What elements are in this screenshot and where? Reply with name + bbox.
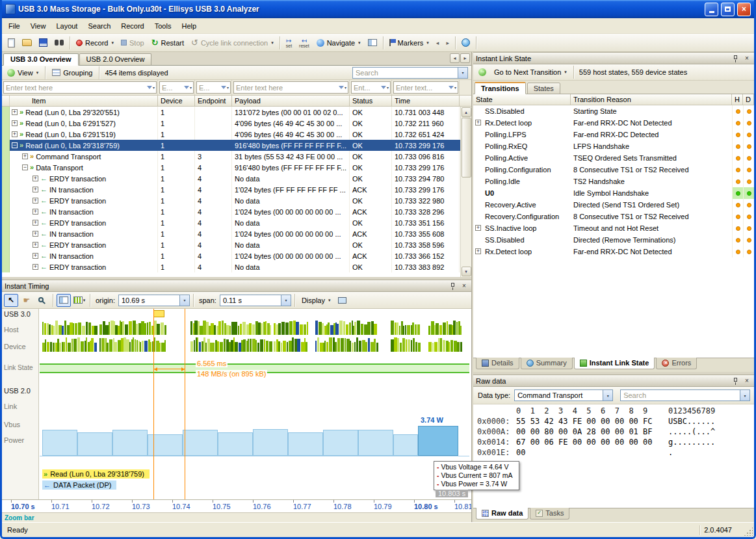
column-header-status[interactable]: Status bbox=[350, 96, 392, 106]
filter-funnel-icon[interactable]: ▾ bbox=[146, 85, 156, 90]
hex-row[interactable]: 0x0014:67 00 06 FE 00 00 00 00 00 00g...… bbox=[477, 438, 754, 448]
tab-usb-2-0-overview[interactable]: USB 2.0 Overview bbox=[79, 53, 152, 66]
expand-icon[interactable]: + bbox=[33, 187, 38, 192]
link-state-row[interactable]: Polling.IdleTS2 Handshake bbox=[473, 176, 754, 187]
menu-help[interactable]: Help bbox=[176, 20, 202, 33]
filter-funnel-icon[interactable]: ▾ bbox=[380, 85, 390, 90]
table-row[interactable]: −»Read (Lun 0, Lba 29'318'759)1916'480 b… bbox=[2, 140, 460, 151]
table-row[interactable]: +←IN transaction141'024 bytes (00 00 00 … bbox=[2, 206, 460, 217]
hex-row[interactable]: 0x0000:55 53 42 43 FE 00 00 00 00 FCUSBC… bbox=[477, 417, 754, 427]
zoom-bar[interactable]: Zoom bar bbox=[2, 512, 471, 522]
view-button[interactable]: View▾ bbox=[4, 66, 42, 80]
close-panel-icon[interactable]: × bbox=[742, 376, 751, 385]
table-row[interactable]: +»Read (Lun 0, Lba 29'320'551)1131'072 b… bbox=[2, 107, 460, 118]
record-button[interactable]: Record▾ bbox=[73, 36, 117, 50]
table-row[interactable]: +»Read (Lun 0, Lba 6'291'519)14'096 byte… bbox=[2, 129, 460, 140]
find-button[interactable] bbox=[51, 36, 67, 50]
navigate-button[interactable]: Navigate▾ bbox=[313, 36, 364, 50]
chevron-down-icon[interactable]: ▾ bbox=[603, 390, 612, 401]
hex-row[interactable]: 0x000A:00 00 80 00 0A 28 00 00 01 BF....… bbox=[477, 427, 754, 438]
column-header-time[interactable]: Time bbox=[392, 96, 460, 106]
scrollbar-thumb[interactable] bbox=[462, 118, 471, 177]
tab-transitions[interactable]: Transitions bbox=[475, 82, 526, 94]
expand-icon[interactable]: + bbox=[33, 176, 38, 181]
table-row[interactable]: +←ERDY transaction14No dataOK10.733 383 … bbox=[2, 261, 460, 272]
data-type-combobox[interactable]: Command Transport▾ bbox=[514, 389, 613, 401]
column-header-d[interactable]: D bbox=[743, 94, 754, 105]
expand-icon[interactable]: + bbox=[12, 131, 18, 137]
span-combobox[interactable]: 0.11 s▾ bbox=[220, 295, 291, 306]
go-to-next-transition-icon-button[interactable] bbox=[475, 66, 489, 79]
chart-options-button[interactable]: ▾ bbox=[72, 294, 86, 307]
table-row[interactable]: +»Command Transport1331 bytes (55 53 42 … bbox=[2, 151, 460, 162]
link-state-row[interactable]: SS.DisabledDirected (Remove Terminations… bbox=[473, 234, 754, 246]
copy-image-button[interactable] bbox=[335, 294, 349, 307]
reset-trigger-button[interactable]: ↤reset bbox=[296, 36, 313, 50]
tab-states[interactable]: States bbox=[527, 83, 560, 94]
link-state-row[interactable]: Polling.ActiveTSEQ Ordered Sets Transmit… bbox=[473, 152, 754, 164]
table-row[interactable]: +←ERDY transaction14No dataOK10.733 322 … bbox=[2, 195, 460, 206]
filter-input-device[interactable]: E...▾ bbox=[159, 81, 194, 94]
link-state-row[interactable]: +Rx.Detect loopFar-end RRX-DC Not Detect… bbox=[473, 246, 754, 257]
filter-funnel-icon[interactable]: ▾ bbox=[220, 85, 230, 90]
link-state-row[interactable]: U0Idle Symbol Handshake bbox=[473, 187, 754, 199]
go-to-next-transition-button[interactable]: Go to Next Transition▾ bbox=[491, 65, 570, 79]
tab-scroll-left-icon[interactable]: ◂ bbox=[450, 53, 460, 63]
restart-button[interactable]: ↻Restart bbox=[148, 36, 187, 50]
expand-icon[interactable]: + bbox=[475, 225, 481, 231]
expand-icon[interactable]: + bbox=[12, 120, 18, 126]
menu-file[interactable]: File bbox=[3, 20, 25, 33]
link-state-row[interactable]: Recovery.ActiveDirected (Send TS1 Ordere… bbox=[473, 199, 754, 211]
tab-usb-3-0-overview[interactable]: USB 3.0 Overview bbox=[3, 53, 79, 66]
measure-line-start[interactable] bbox=[153, 309, 154, 499]
filter-input-item[interactable]: Enter text here▾ bbox=[3, 81, 157, 94]
display-button[interactable]: Display▾ bbox=[298, 293, 334, 308]
close-panel-icon[interactable]: × bbox=[742, 54, 751, 62]
split-view-button[interactable] bbox=[57, 294, 71, 307]
close-button[interactable]: × bbox=[737, 3, 751, 16]
link-state-row[interactable]: Polling.Configuration8 Consecutive TS1 o… bbox=[473, 164, 754, 176]
open-button[interactable] bbox=[19, 36, 35, 50]
scroll-down-icon[interactable]: ▾ bbox=[462, 267, 471, 276]
expand-icon[interactable]: + bbox=[33, 242, 38, 248]
rawdata-search-input[interactable]: Search▾ bbox=[620, 389, 750, 401]
column-header-payload[interactable]: Payload bbox=[232, 96, 350, 106]
timing-canvas[interactable]: USB 3.0 Host Device Link State USB 2.0 L… bbox=[2, 309, 471, 499]
table-row[interactable]: +←ERDY transaction14No dataOK10.733 351 … bbox=[2, 217, 460, 228]
tab-errors[interactable]: Errors bbox=[656, 358, 697, 369]
column-header-state[interactable]: State bbox=[473, 94, 571, 105]
measure-line-end[interactable] bbox=[185, 309, 185, 499]
table-row[interactable]: +»Read (Lun 0, Lba 6'291'527)14'096 byte… bbox=[2, 118, 460, 129]
chevron-down-icon[interactable]: ▾ bbox=[179, 295, 189, 306]
search-input[interactable]: Search▾ bbox=[352, 67, 468, 79]
link-state-row[interactable]: SS.DisabledStarting State bbox=[473, 105, 754, 117]
table-row[interactable]: +←ERDY transaction14No dataOK10.733 358 … bbox=[2, 239, 460, 250]
maximize-button[interactable] bbox=[721, 3, 735, 16]
chevron-down-icon[interactable]: ▾ bbox=[740, 390, 749, 401]
expand-icon[interactable]: + bbox=[33, 253, 38, 259]
table-row[interactable]: −»Data Transport14916'480 bytes (FF FF F… bbox=[2, 162, 460, 173]
column-header-h[interactable]: H bbox=[732, 94, 743, 105]
zoom-tool-button[interactable] bbox=[35, 294, 49, 307]
chevron-down-icon[interactable]: ▾ bbox=[281, 295, 291, 306]
save-button[interactable] bbox=[36, 36, 51, 50]
set-trigger-button[interactable]: ↦set bbox=[283, 36, 295, 50]
stop-button[interactable]: Stop bbox=[118, 36, 148, 50]
table-row[interactable]: +←ERDY transaction14No dataOK10.733 294 … bbox=[2, 173, 460, 184]
link-state-row[interactable]: Polling.RxEQLFPS Handshake bbox=[473, 140, 754, 152]
tab-tasks[interactable]: Tasks bbox=[530, 508, 569, 519]
link-state-row[interactable]: Recovery.Configuration8 Consecutive TS1 … bbox=[473, 211, 754, 222]
cycle-link-button[interactable]: ↺Cycle link connection▾ bbox=[188, 36, 277, 50]
titlebar[interactable]: USB 3.0 Mass Storage - Bulk Only.u30t - … bbox=[2, 0, 754, 18]
table-row[interactable]: +←IN transaction141'024 bytes (00 00 00 … bbox=[2, 250, 460, 261]
expand-icon[interactable]: + bbox=[33, 220, 38, 226]
vertical-scrollbar[interactable]: ▴ ▾ bbox=[460, 107, 471, 277]
expand-icon[interactable]: + bbox=[12, 109, 18, 115]
pin-icon[interactable] bbox=[448, 282, 457, 290]
column-header-transition-reason[interactable]: Transition Reason bbox=[571, 94, 732, 105]
filter-input-payload[interactable]: Enter text here▾ bbox=[233, 81, 348, 94]
column-header-item[interactable]: Item bbox=[10, 96, 158, 106]
previous-marker-button[interactable]: ◂ bbox=[433, 36, 443, 50]
minimize-button[interactable] bbox=[705, 3, 718, 16]
chevron-down-icon[interactable]: ▾ bbox=[458, 68, 467, 78]
